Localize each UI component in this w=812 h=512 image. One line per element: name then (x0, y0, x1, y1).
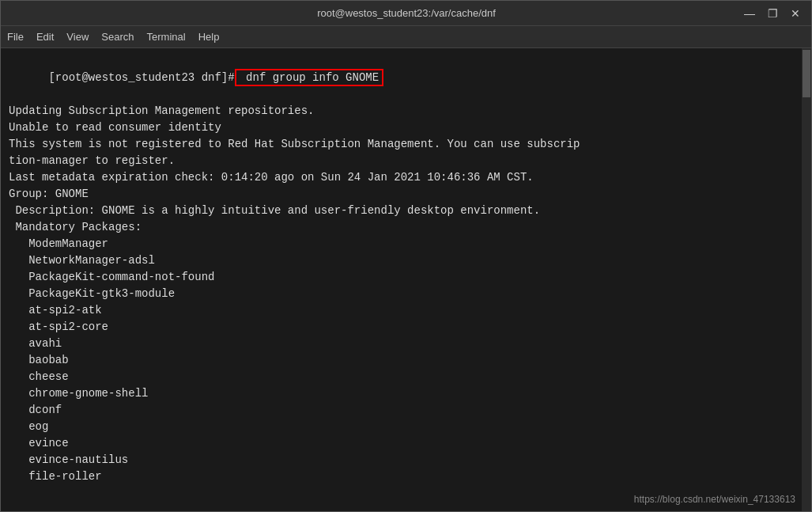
output-line-23: evince-nautilus (9, 452, 803, 468)
title-bar: root@westos_student23:/var/cache/dnf — ❐… (1, 1, 811, 26)
output-line-11: NetworkManager-adsl (9, 252, 803, 269)
window-controls: — ❐ ✕ (741, 8, 803, 19)
output-line-3: This system is not registered to Red Hat… (9, 136, 803, 153)
output-line-19: chrome-gnome-shell (9, 385, 803, 402)
output-line-2: Unable to read consumer identity (9, 119, 803, 136)
minimize-button[interactable]: — (741, 8, 758, 19)
output-line-24: file-roller (9, 468, 803, 485)
output-line-10: ModemManager (9, 236, 803, 252)
output-line-20: dconf (9, 402, 803, 419)
menu-edit[interactable]: Edit (36, 31, 54, 43)
scrollbar-thumb[interactable] (803, 50, 810, 97)
menu-terminal[interactable]: Terminal (147, 31, 186, 43)
command-line: [root@westos_student23 dnf]# dnf group i… (9, 53, 803, 103)
terminal-body[interactable]: [root@westos_student23 dnf]# dnf group i… (1, 48, 811, 511)
output-line-21: eog (9, 419, 803, 435)
output-line-22: evince (9, 435, 803, 452)
menu-file[interactable]: File (7, 31, 24, 43)
menu-view[interactable]: View (66, 31, 89, 43)
watermark: https://blog.csdn.net/weixin_47133613 (634, 494, 795, 505)
scrollbar[interactable] (802, 48, 811, 511)
maximize-button[interactable]: ❐ (765, 8, 781, 19)
output-line-7: Group: GNOME (9, 186, 803, 203)
menu-help[interactable]: Help (198, 31, 220, 43)
close-button[interactable]: ✕ (787, 8, 803, 19)
output-line-9: Mandatory Packages: (9, 219, 803, 236)
menu-search[interactable]: Search (101, 31, 134, 43)
output-line-14: at-spi2-atk (9, 302, 803, 319)
output-line-12: PackageKit-command-not-found (9, 269, 803, 286)
output-line-13: PackageKit-gtk3-module (9, 286, 803, 302)
output-line-4: tion-manager to register. (9, 153, 803, 169)
output-line-8: Description: GNOME is a highly intuitive… (9, 203, 803, 219)
terminal-window: root@westos_student23:/var/cache/dnf — ❐… (0, 0, 812, 512)
highlighted-command: dnf group info GNOME (235, 69, 383, 86)
output-line-15: at-spi2-core (9, 319, 803, 336)
output-line-16: avahi (9, 336, 803, 352)
output-line-5: Last metadata expiration check: 0:14:20 … (9, 169, 803, 186)
output-line-17: baobab (9, 352, 803, 369)
prompt: [root@westos_student23 dnf]# (48, 71, 234, 84)
output-line-18: cheese (9, 369, 803, 385)
menu-bar: File Edit View Search Terminal Help (1, 26, 811, 48)
window-title: root@westos_student23:/var/cache/dnf (317, 7, 496, 19)
output-line-1: Updating Subscription Management reposit… (9, 103, 803, 119)
